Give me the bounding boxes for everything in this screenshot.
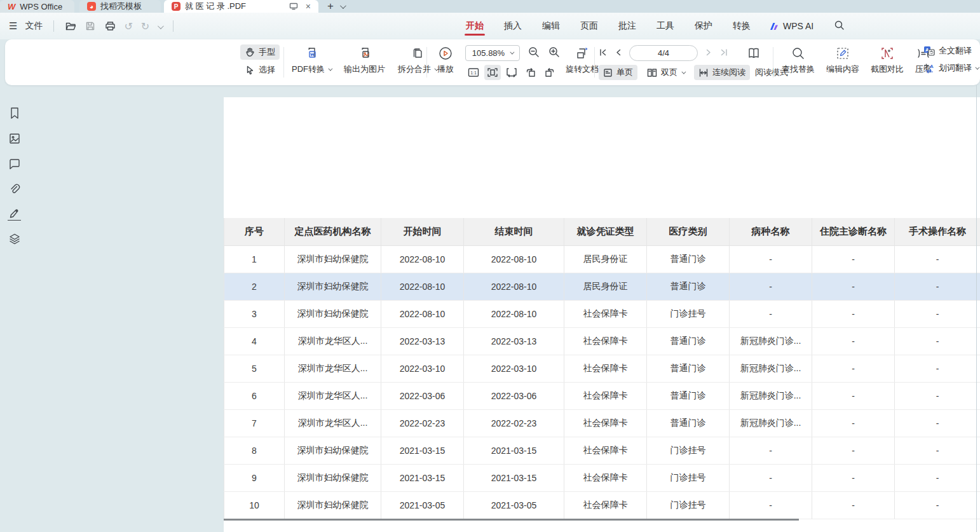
menu-tab-转换[interactable]: 转换 [732,14,752,38]
open-file-icon[interactable] [65,20,76,32]
menu-tab-编辑[interactable]: 编辑 [541,14,561,38]
table-cell: 社会保障卡 [564,410,647,437]
rotate-document-icon [575,46,590,61]
zoom-level-select[interactable]: 105.88% [465,45,520,61]
wps-ai-button[interactable]: WPS AI [770,21,813,31]
table-row[interactable]: 8深圳市妇幼保健院2021-03-152021-03-15社会保障卡门诊挂号--… [224,437,980,465]
table-cell: 4 [224,328,285,355]
table-row[interactable]: 6深圳市龙华区人...2022-03-062022-03-06社会保障卡普通门诊… [224,383,980,410]
find-replace-icon [791,46,806,61]
last-page-button[interactable] [719,48,728,58]
attachment-icon[interactable] [8,182,22,196]
menu-tab-保护[interactable]: 保护 [693,14,714,38]
table-cell: 2022-08-10 [464,246,564,273]
continuous-read-button[interactable]: 连续阅读 [694,65,750,80]
menu-tab-批注[interactable]: 批注 [617,14,637,38]
table-cell: 居民身份证 [564,273,647,300]
menu-tab-页面[interactable]: 页面 [579,14,599,38]
table-row[interactable]: 2深圳市妇幼保健院2022-08-102022-08-10居民身份证普通门诊--… [224,273,980,301]
page-indicator-value: 4/4 [658,48,669,58]
actual-size-button[interactable]: 1:1 [465,65,482,80]
screenshot-compare-label: 截图对比 [871,64,904,75]
table-row[interactable]: 5深圳市龙华区人...2022-03-102022-03-10社会保障卡普通门诊… [224,355,980,383]
signature-pen-icon[interactable] [8,207,22,221]
rotate-document-button[interactable]: 旋转文档 [561,43,604,78]
table-cell: - [895,328,980,355]
undo-icon[interactable]: ↺ [124,20,132,32]
layers-icon[interactable] [8,232,22,246]
comment-icon[interactable] [8,157,22,171]
menu-tab-开始[interactable]: 开始 [465,14,485,38]
first-page-button[interactable] [599,48,608,58]
tab-wps-office[interactable]: W WPS Office [0,0,74,13]
table-row[interactable]: 4深圳市龙华区人...2022-03-132022-03-13社会保障卡普通门诊… [224,328,980,355]
table-row[interactable]: 1深圳市妇幼保健院2022-08-102022-08-10居民身份证普通门诊--… [224,246,980,273]
cursor-icon [245,65,255,75]
read-mode-icon[interactable] [746,46,761,60]
tab-list-chevron-icon[interactable] [336,0,348,13]
close-tab-icon[interactable]: × [306,1,311,11]
next-page-button[interactable] [705,48,712,58]
full-text-translate-button[interactable]: A 全文翻译 [923,45,978,57]
table-cell: - [812,492,895,519]
table-cell: - [812,273,895,300]
pdf-convert-button[interactable]: PDF转换 [287,43,336,78]
edit-content-button[interactable]: 编辑内容 [821,43,864,78]
table-cell: 7 [224,410,285,437]
double-page-button[interactable]: 双页 [643,65,689,80]
save-icon[interactable] [85,20,96,32]
table-cell: 深圳市妇幼保健院 [285,273,381,300]
zoom-in-button[interactable] [548,46,561,61]
bookmark-icon[interactable] [8,106,22,120]
zoom-out-button[interactable] [527,46,540,61]
table-cell: 10 [224,492,285,519]
file-menu[interactable]: 文件 [25,20,43,32]
table-row[interactable]: 10深圳市妇幼保健院2021-03-052021-03-05社会保障卡门诊挂号-… [224,492,980,519]
detach-window-icon[interactable] [288,1,299,12]
select-tool-button[interactable]: 选择 [240,62,280,78]
table-cell: - [730,301,812,327]
table-row[interactable]: 9深圳市妇幼保健院2021-03-152021-03-15社会保障卡门诊挂号--… [224,465,980,492]
quick-access-chevron-icon[interactable] [158,20,162,32]
tab-document[interactable]: P 就 医 记 录 .PDF × [164,0,318,13]
hand-tool-button[interactable]: 手型 [240,44,280,60]
print-icon[interactable] [104,20,116,32]
rotate-right-button[interactable] [541,65,558,80]
redo-icon[interactable]: ↻ [141,20,149,32]
table-cell: - [895,246,980,273]
menu-tab-工具[interactable]: 工具 [655,14,676,38]
tab-docer-templates[interactable]: ◕ 找稻壳模板 [79,0,161,13]
find-replace-button[interactable]: 查找替换 [777,43,820,78]
prev-page-button[interactable] [615,48,622,58]
screenshot-compare-button[interactable]: 截图对比 [866,43,909,78]
table-cell: 2021-03-15 [464,465,564,491]
thumbnail-icon[interactable] [8,132,22,146]
table-cell: 普通门诊 [647,410,730,437]
menubar-search-icon[interactable] [834,20,845,32]
table-cell: 8 [224,437,285,464]
table-cell: 深圳市妇幼保健院 [285,437,381,464]
hamburger-menu-icon[interactable]: ☰ [9,20,17,32]
rotate-left-button[interactable] [522,65,539,80]
header-cell: 开始时间 [381,218,464,245]
menu-tab-插入[interactable]: 插入 [503,14,523,38]
table-row[interactable]: 3深圳市妇幼保健院2022-08-102022-08-10社会保障卡门诊挂号--… [224,301,980,328]
separator [53,20,54,32]
single-page-button[interactable]: 单页 [599,65,637,80]
page-indicator-input[interactable]: 4/4 [629,45,698,61]
horizontal-scrollbar[interactable] [224,519,799,521]
word-translate-button[interactable]: A 划词翻译 [923,62,978,74]
fit-width-button[interactable] [503,65,520,80]
table-cell: 2021-03-15 [381,465,464,491]
export-image-button[interactable]: 输出为图片 [339,43,390,78]
pdf-page[interactable]: 序号定点医药机构名称开始时间结束时间就诊凭证类型医疗类别病种名称住院主诊断名称手… [224,97,980,532]
table-row[interactable]: 7深圳市龙华区人...2022-02-232022-02-23社会保障卡普通门诊… [224,410,980,437]
table-cell: 2021-03-05 [381,492,464,519]
continuous-read-icon [698,68,709,78]
table-cell: - [812,246,895,273]
new-tab-button[interactable]: + [318,0,336,13]
fit-page-button[interactable] [484,65,501,80]
document-title: 就 医 记 录 .PDF [185,1,283,12]
pdf-convert-label: PDF转换 [292,64,325,75]
play-button[interactable]: 播放 [432,43,459,78]
